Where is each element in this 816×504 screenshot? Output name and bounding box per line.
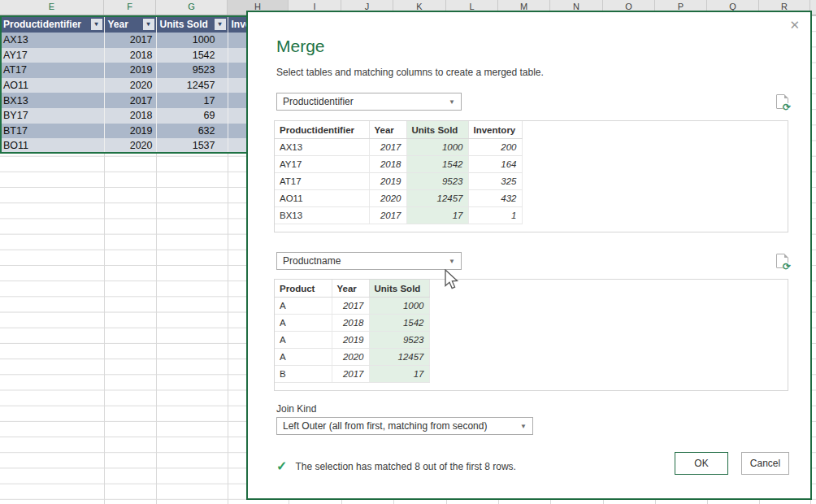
close-icon[interactable]: ✕ (789, 18, 800, 33)
filter-dropdown-icon[interactable]: ▾ (143, 19, 154, 30)
excel-column-header: Productidentifier▾ (0, 15, 104, 33)
excel-table-row[interactable]: AX1320171000 (0, 33, 246, 48)
ok-button[interactable]: OK (675, 452, 728, 475)
chevron-down-icon: ▼ (449, 258, 455, 265)
dialog-subtitle: Select tables and matching columns to cr… (276, 67, 544, 78)
preview-table-row: A20199523 (275, 332, 429, 349)
preview-column-header[interactable]: Year (369, 121, 406, 139)
preview-table-row: AX1320171000200 (275, 139, 522, 156)
preview-table-row: A20181542 (275, 315, 429, 332)
preview-table-row: AT1720199523325 (275, 173, 522, 190)
join-kind-value: Left Outer (all from first, matching fro… (283, 420, 487, 432)
preview-column-header[interactable]: Year (332, 280, 369, 298)
screen: EFGHIJKLMNOPQR Productidentifier▾Year▾Un… (0, 0, 816, 504)
filter-dropdown-icon[interactable]: ▾ (91, 19, 102, 30)
excel-table-row[interactable]: BX13201717 (0, 93, 246, 108)
chevron-down-icon: ▼ (520, 423, 527, 430)
merge-dialog: ✕ Merge Select tables and matching colum… (246, 11, 812, 500)
join-kind-label: Join Kind (276, 403, 316, 415)
preview-column-header[interactable]: Units Sold (369, 280, 429, 298)
second-table-preview: ProductYearUnits SoldA20171000A20181542A… (274, 279, 788, 391)
first-table-preview: ProductidentifierYearUnits SoldInventory… (274, 120, 788, 232)
page-fold (784, 94, 788, 98)
excel-column-header: Units Sold▾ (156, 15, 228, 33)
page-fold (784, 254, 788, 258)
column-header-F[interactable]: F (104, 0, 156, 15)
cancel-button[interactable]: Cancel (741, 452, 789, 475)
excel-table-row[interactable]: AY1720181542 (0, 48, 246, 63)
chevron-down-icon: ▼ (449, 98, 455, 106)
preview-table-row: AO11202012457432 (275, 190, 522, 207)
preview-table-row: A20171000 (275, 298, 429, 315)
join-kind-select[interactable]: Left Outer (all from first, matching fro… (276, 417, 533, 435)
refresh-preview-icon[interactable]: ⟳ (776, 94, 788, 109)
match-status: ✓ The selection has matched 8 out of the… (276, 458, 516, 474)
excel-table-row[interactable]: BO1120201537 (0, 138, 246, 154)
column-header-G[interactable]: G (156, 0, 228, 15)
first-table-select[interactable]: Productidentifier ▼ (276, 93, 462, 111)
check-icon: ✓ (276, 458, 287, 474)
refresh-arrow-icon: ⟳ (783, 263, 791, 272)
excel-column-header: Year▾ (104, 15, 156, 33)
preview-column-header[interactable]: Inventory (468, 121, 522, 139)
filter-dropdown-icon[interactable]: ▾ (215, 19, 226, 30)
excel-table: Productidentifier▾Year▾Units Sold▾Invent… (0, 15, 246, 154)
preview-column-header[interactable]: Product (275, 280, 332, 298)
preview-table-row: BX132017171 (275, 207, 522, 224)
refresh-preview-icon[interactable]: ⟳ (776, 254, 788, 268)
refresh-arrow-icon: ⟳ (783, 103, 791, 112)
preview-column-header[interactable]: Units Sold (406, 121, 468, 139)
column-header-E[interactable]: E (0, 0, 104, 15)
excel-table-row[interactable]: AT1720199523 (0, 63, 246, 78)
preview-column-header[interactable]: Productidentifier (275, 121, 369, 139)
dialog-title: Merge (276, 37, 325, 56)
preview-table-row: A202012457 (275, 349, 429, 366)
second-table-select[interactable]: Productname ▼ (276, 252, 462, 270)
first-table-select-value: Productidentifier (283, 96, 354, 107)
excel-table-row[interactable]: AO11202012457 (0, 78, 246, 93)
excel-column-header: Inventory▾ (228, 15, 246, 33)
excel-table-row[interactable]: BT172019632 (0, 124, 246, 139)
preview-table-row: AY1720181542164 (275, 156, 522, 173)
preview-table-row: B201717 (275, 366, 429, 383)
excel-table-row[interactable]: BY17201869 (0, 108, 246, 124)
status-text: The selection has matched 8 out of the f… (295, 461, 515, 472)
second-table-select-value: Productname (283, 255, 341, 267)
